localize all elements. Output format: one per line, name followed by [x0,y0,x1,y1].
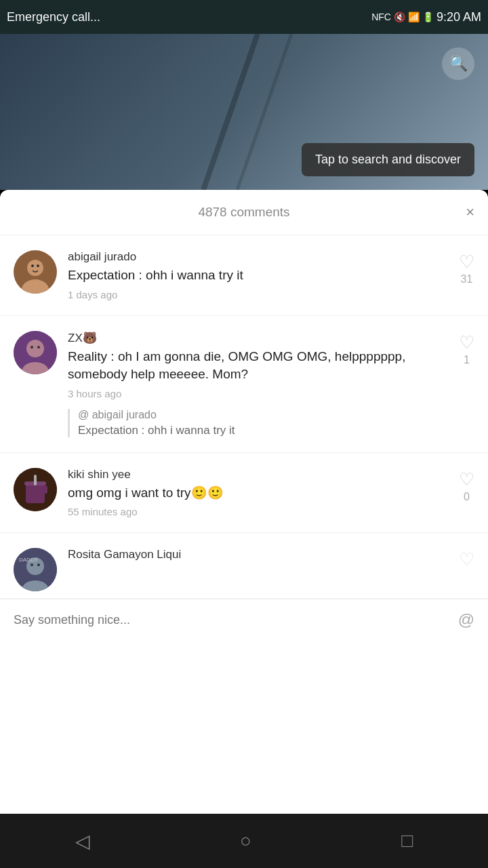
svg-point-7 [26,340,44,357]
comments-modal: 4878 comments × abigail jurado Expectati… [0,190,488,868]
comment-body: kiki shin yee omg omg i want to try🙂🙂 55… [68,468,451,518]
svg-line-1 [237,34,291,190]
comment-username: ZX🐻 [68,331,451,345]
status-title: Emergency call... [7,10,100,24]
like-count: 0 [464,491,470,503]
wifi-icon: 📶 [408,12,420,22]
avatar: DADDY [14,548,57,591]
like-button[interactable]: ♡ 1 [459,331,474,366]
comment-item: kiki shin yee omg omg i want to try🙂🙂 55… [0,453,488,534]
svg-point-10 [37,346,40,349]
mute-icon: 🔇 [394,12,405,22]
search-tooltip[interactable]: Tap to search and discover [302,143,474,176]
avatar [14,468,57,511]
comment-time: 55 minutes ago [68,506,451,517]
heart-icon[interactable]: ♡ [459,334,474,351]
svg-point-2 [27,260,43,276]
like-count: 1 [464,354,470,366]
like-button[interactable]: ♡ 31 [459,250,474,285]
comment-item: ZX🐻 Reality : oh I am gonna die, OMG OMG… [0,316,488,453]
comment-username: kiki shin yee [68,468,451,481]
comment-text: Expectation : ohh i wanna try it [68,267,451,285]
reply-text: Expectation : ohh i wanna try it [78,424,451,437]
svg-point-21 [37,564,40,566]
svg-point-5 [37,264,39,267]
at-mention-button[interactable]: @ [458,610,474,629]
status-icons-group: NFC 🔇 📶 🔋 9:20 AM [371,10,481,24]
comment-text: Reality : oh I am gonna die, OMG OMG OMG… [68,348,451,384]
comment-body: ZX🐻 Reality : oh I am gonna die, OMG OMG… [68,331,451,437]
comments-header: 4878 comments × [0,190,488,235]
close-button[interactable]: × [466,203,474,221]
comments-count: 4878 comments [198,205,289,220]
comment-text: omg omg i want to try🙂🙂 [68,484,451,502]
svg-rect-15 [34,475,37,486]
comment-body: Rosita Gamayon Liqui [68,548,451,564]
like-button[interactable]: ♡ [459,548,474,568]
app-header: 🔍 Tap to search and discover [0,34,488,190]
reply-mention: @ abigail jurado [78,409,451,421]
svg-point-3 [22,279,49,294]
comment-item: DADDY Rosita Gamayon Liqui ♡ [0,533,488,599]
like-button[interactable]: ♡ 0 [459,468,474,503]
like-count: 31 [461,273,473,285]
comment-time: 1 days ago [68,289,451,300]
svg-rect-14 [43,486,47,494]
comment-time: 3 hours ago [68,388,451,399]
nav-bar: ◁ ○ □ [0,814,488,868]
comment-username: abigail jurado [68,250,451,264]
comment-username: Rosita Gamayon Liqui [68,548,451,561]
svg-point-4 [31,264,34,267]
comment-body: abigail jurado Expectation : ohh i wanna… [68,250,451,300]
svg-text:DADDY: DADDY [19,557,39,563]
recents-button[interactable]: □ [401,830,413,852]
status-time: 9:20 AM [436,10,481,24]
avatar [14,331,57,374]
heart-icon[interactable]: ♡ [459,471,474,488]
nfc-icon: NFC [371,12,391,22]
svg-point-9 [30,346,33,349]
heart-icon[interactable]: ♡ [459,253,474,271]
svg-line-0 [203,34,258,190]
svg-point-20 [30,564,33,566]
status-bar: Emergency call... NFC 🔇 📶 🔋 9:20 AM [0,0,488,34]
avatar [14,250,57,294]
back-button[interactable]: ◁ [75,830,90,852]
comment-input[interactable] [14,613,458,627]
heart-icon[interactable]: ♡ [459,551,474,568]
battery-icon: 🔋 [422,12,434,22]
reply-quote: @ abigail jurado Expectation : ohh i wan… [68,409,451,437]
home-button[interactable]: ○ [240,830,251,852]
comment-input-area: @ [0,599,488,640]
comment-item: abigail jurado Expectation : ohh i wanna… [0,235,488,316]
